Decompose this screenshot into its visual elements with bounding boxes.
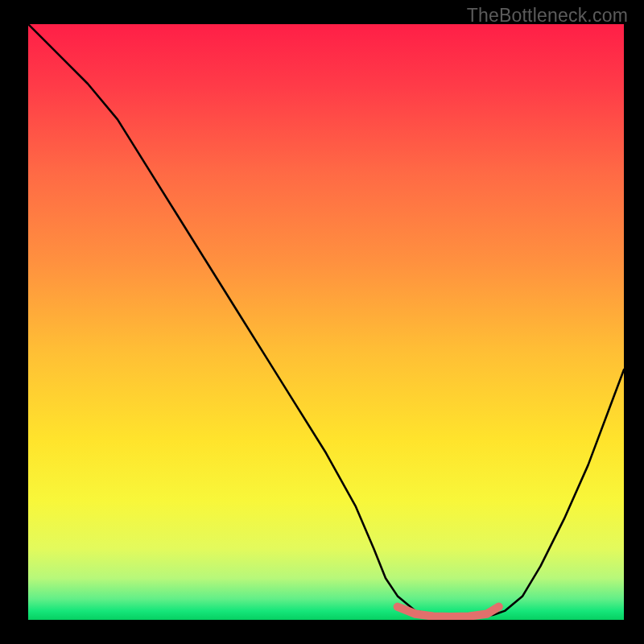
curve-layer [28,24,624,620]
plot-area [28,24,624,620]
watermark-text: TheBottleneck.com [467,5,628,27]
chart-frame: TheBottleneck.com [0,0,644,644]
bottleneck-curve [28,24,624,617]
